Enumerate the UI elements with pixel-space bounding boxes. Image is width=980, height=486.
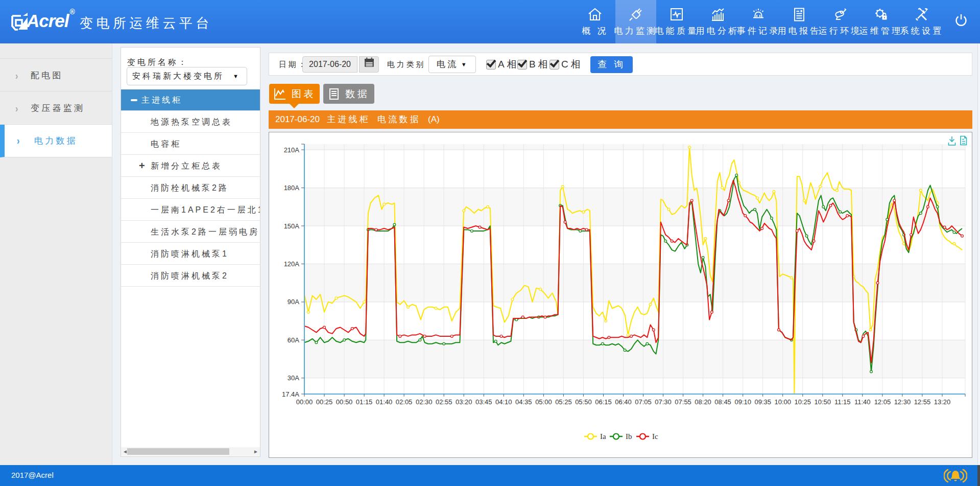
svg-text:01:15: 01:15 — [356, 398, 373, 406]
svg-text:Ib: Ib — [626, 432, 632, 441]
svg-text:06:15: 06:15 — [595, 398, 612, 406]
svg-text:02:30: 02:30 — [416, 398, 433, 406]
svg-text:10:50: 10:50 — [815, 398, 831, 406]
svg-text:04:10: 04:10 — [495, 398, 512, 406]
svg-text:03:20: 03:20 — [456, 398, 472, 406]
svg-text:07:05: 07:05 — [635, 398, 652, 406]
svg-text:05:25: 05:25 — [555, 398, 572, 406]
svg-text:12:30: 12:30 — [894, 398, 911, 406]
svg-text:Ia: Ia — [600, 432, 606, 441]
svg-text:08:20: 08:20 — [695, 398, 711, 406]
svg-text:09:35: 09:35 — [754, 398, 771, 406]
svg-text:00:25: 00:25 — [316, 398, 333, 406]
svg-text:10:00: 10:00 — [774, 398, 791, 406]
svg-text:02:55: 02:55 — [436, 398, 452, 406]
svg-text:12:55: 12:55 — [914, 398, 931, 406]
svg-text:02:05: 02:05 — [396, 398, 413, 406]
svg-text:13:20: 13:20 — [934, 398, 951, 406]
svg-text:180A: 180A — [284, 184, 300, 192]
svg-text:07:30: 07:30 — [655, 398, 672, 406]
svg-text:17.4A: 17.4A — [282, 390, 299, 398]
svg-text:04:35: 04:35 — [515, 398, 532, 406]
svg-text:05:50: 05:50 — [575, 398, 592, 406]
svg-text:08:45: 08:45 — [714, 398, 731, 406]
svg-text:Ic: Ic — [652, 432, 658, 441]
svg-text:00:50: 00:50 — [336, 398, 353, 406]
svg-text:11:40: 11:40 — [854, 398, 871, 406]
svg-text:150A: 150A — [284, 222, 300, 230]
svg-text:12:05: 12:05 — [874, 398, 891, 406]
svg-text:06:40: 06:40 — [615, 398, 632, 406]
svg-text:210A: 210A — [284, 146, 300, 154]
svg-text:00:00: 00:00 — [296, 398, 313, 406]
svg-text:09:10: 09:10 — [734, 398, 751, 406]
svg-text:01:40: 01:40 — [376, 398, 393, 406]
svg-text:90A: 90A — [288, 298, 299, 306]
svg-text:60A: 60A — [288, 336, 299, 344]
svg-text:03:45: 03:45 — [475, 398, 492, 406]
svg-text:05:00: 05:00 — [535, 398, 552, 406]
svg-text:30A: 30A — [288, 374, 299, 382]
svg-text:10:25: 10:25 — [795, 398, 811, 406]
svg-text:11:15: 11:15 — [834, 398, 851, 406]
svg-text:120A: 120A — [284, 260, 300, 268]
svg-text:07:55: 07:55 — [675, 398, 691, 406]
